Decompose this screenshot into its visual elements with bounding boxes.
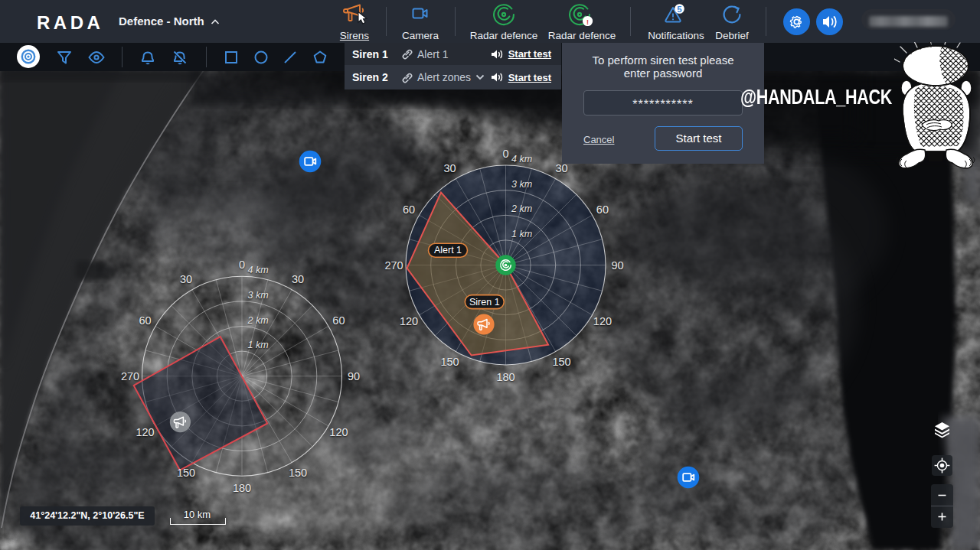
- svg-text:60: 60: [332, 314, 345, 327]
- svg-text:0: 0: [239, 259, 245, 271]
- svg-text:120: 120: [329, 426, 348, 438]
- svg-text:180: 180: [233, 482, 251, 494]
- svg-text:1 km: 1 km: [247, 340, 268, 350]
- svg-text:60: 60: [596, 203, 609, 216]
- svg-text:120: 120: [593, 315, 612, 327]
- svg-text:!: !: [586, 18, 589, 26]
- svg-text:120: 120: [136, 426, 154, 438]
- svg-text:30: 30: [555, 162, 567, 174]
- svg-text:180: 180: [496, 371, 514, 383]
- svg-text:120: 120: [400, 315, 418, 327]
- svg-text:60: 60: [403, 203, 415, 216]
- svg-text:150: 150: [552, 356, 570, 368]
- svg-text:1 km: 1 km: [511, 229, 532, 239]
- svg-text:3 km: 3 km: [247, 290, 268, 301]
- svg-text:Alert 1: Alert 1: [434, 245, 462, 255]
- svg-text:270: 270: [384, 259, 403, 272]
- svg-text:30: 30: [292, 273, 304, 285]
- svg-text:3 km: 3 km: [511, 179, 532, 190]
- svg-text:5: 5: [677, 5, 682, 14]
- svg-text:90: 90: [611, 259, 623, 272]
- svg-text:150: 150: [440, 356, 459, 368]
- svg-text:60: 60: [139, 314, 151, 327]
- svg-text:Siren 1: Siren 1: [469, 297, 500, 308]
- svg-text:2 km: 2 km: [511, 203, 532, 214]
- svg-text:150: 150: [177, 467, 195, 479]
- svg-text:4 km: 4 km: [511, 154, 532, 164]
- svg-text:2 km: 2 km: [247, 315, 268, 326]
- svg-text:30: 30: [180, 273, 192, 285]
- svg-text:90: 90: [348, 370, 360, 382]
- svg-text:150: 150: [289, 467, 307, 479]
- svg-text:30: 30: [443, 162, 456, 174]
- svg-text:270: 270: [121, 370, 139, 382]
- svg-text:0: 0: [502, 148, 508, 160]
- svg-text:4 km: 4 km: [247, 265, 268, 275]
